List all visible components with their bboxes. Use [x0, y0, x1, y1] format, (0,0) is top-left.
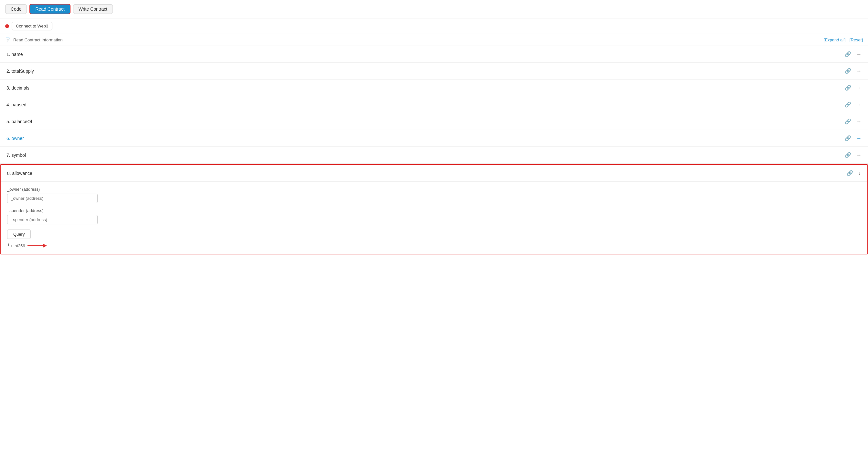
item-actions: 🔗 → [845, 85, 862, 91]
contract-item-paused[interactable]: 4. paused 🔗 → [0, 96, 868, 113]
tab-bar: Code Read Contract Write Contract [0, 0, 868, 19]
reset-link[interactable]: [Reset] [849, 37, 863, 42]
link-icon[interactable]: 🔗 [845, 85, 851, 91]
red-arrow-icon [28, 243, 47, 249]
item-actions: 🔗 → [845, 118, 862, 125]
owner-field-label: _owner (address) [7, 187, 861, 192]
item-actions: 🔗 → [845, 152, 862, 158]
item-label: 4. paused [6, 102, 27, 107]
spender-field-label: _spender (address) [7, 208, 861, 213]
item-actions: 🔗 → [845, 135, 862, 141]
arrow-right-icon[interactable]: → [856, 135, 862, 141]
result-row: └ uint256 [7, 243, 861, 249]
item-actions: 🔗 → [845, 68, 862, 74]
red-arrow-annotation [28, 243, 47, 249]
item-actions: 🔗 → [845, 101, 862, 108]
contract-item-owner[interactable]: 6. owner 🔗 → [0, 130, 868, 147]
spender-address-input[interactable] [7, 215, 98, 224]
arrow-right-icon[interactable]: → [856, 102, 862, 108]
arrow-right-icon[interactable]: → [856, 52, 862, 57]
contract-item-balanceof[interactable]: 5. balanceOf 🔗 → [0, 113, 868, 130]
item-label: 1. name [6, 52, 23, 57]
contract-item-allowance-expanded: 8. allowance 🔗 ↓ _owner (address) _spend… [0, 164, 868, 254]
link-icon[interactable]: 🔗 [847, 170, 853, 176]
contract-item-symbol[interactable]: 7. symbol 🔗 → [0, 147, 868, 164]
connect-web3-button[interactable]: Connect to Web3 [12, 22, 52, 30]
link-icon[interactable]: 🔗 [845, 101, 851, 108]
expand-all-link[interactable]: [Expand all] [824, 37, 846, 42]
arrow-right-icon[interactable]: → [856, 68, 862, 74]
contract-list: 1. name 🔗 → 2. totalSupply 🔗 → 3. decima… [0, 46, 868, 254]
spender-field-section: _spender (address) [7, 208, 861, 224]
tab-read-contract[interactable]: Read Contract [29, 4, 70, 14]
expanded-item-label: 8. allowance [7, 171, 32, 176]
tab-code[interactable]: Code [5, 4, 27, 14]
info-right: [Expand all] [Reset] [824, 37, 863, 42]
item-label: 2. totalSupply [6, 68, 34, 74]
expanded-body: _owner (address) _spender (address) Quer… [1, 182, 867, 254]
arrow-right-icon[interactable]: → [856, 85, 862, 91]
item-label: 6. owner [6, 136, 24, 141]
contract-item-totalsupply[interactable]: 2. totalSupply 🔗 → [0, 63, 868, 79]
tab-write-contract[interactable]: Write Contract [73, 4, 113, 14]
item-label: 5. balanceOf [6, 119, 32, 124]
contract-item-name[interactable]: 1. name 🔗 → [0, 46, 868, 63]
link-icon[interactable]: 🔗 [845, 152, 851, 158]
info-left: 📄 Read Contract Information [5, 37, 62, 42]
arrow-right-icon[interactable]: → [856, 119, 862, 125]
link-icon[interactable]: 🔗 [845, 135, 851, 141]
document-icon: 📄 [5, 37, 11, 42]
owner-field-section: _owner (address) [7, 187, 861, 203]
arrow-down-icon[interactable]: ↓ [858, 170, 861, 176]
expanded-header[interactable]: 8. allowance 🔗 ↓ [1, 165, 867, 182]
info-bar: 📄 Read Contract Information [Expand all]… [0, 34, 868, 46]
link-icon[interactable]: 🔗 [845, 68, 851, 74]
connect-status-dot [5, 24, 9, 28]
item-label: 3. decimals [6, 85, 29, 91]
link-icon[interactable]: 🔗 [845, 118, 851, 125]
item-label: 7. symbol [6, 153, 26, 158]
contract-item-decimals[interactable]: 3. decimals 🔗 → [0, 79, 868, 96]
svg-marker-1 [43, 244, 47, 248]
item-actions: 🔗 ↓ [847, 170, 861, 176]
link-icon[interactable]: 🔗 [845, 51, 851, 57]
item-actions: 🔗 → [845, 51, 862, 57]
arrow-right-icon[interactable]: → [856, 152, 862, 158]
query-button[interactable]: Query [7, 229, 31, 239]
result-prefix: └ uint256 [7, 244, 25, 248]
owner-address-input[interactable] [7, 194, 98, 203]
info-title: Read Contract Information [13, 37, 62, 42]
connect-bar: Connect to Web3 [0, 19, 868, 34]
